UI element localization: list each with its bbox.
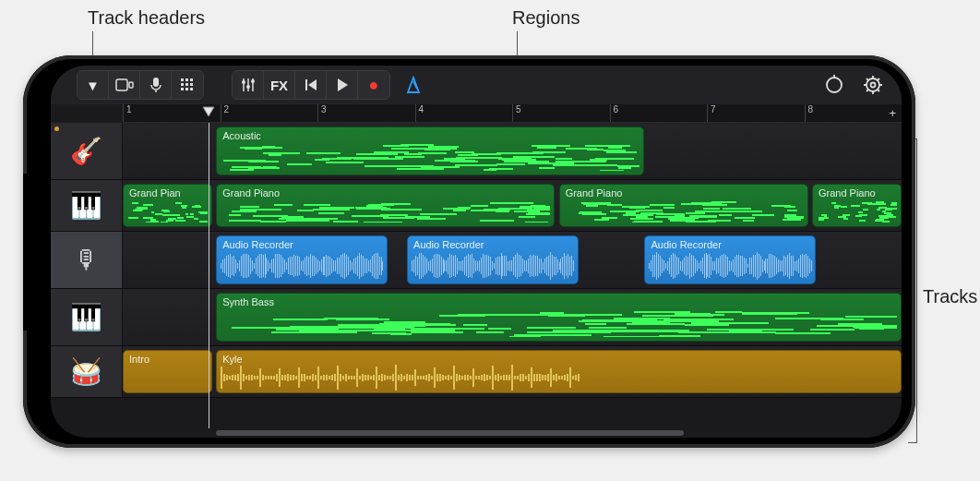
play-button[interactable] (327, 71, 358, 99)
svg-point-23 (827, 78, 842, 92)
playhead-line (209, 123, 209, 428)
region-label: Grand Piano (819, 187, 876, 198)
faders-icon (240, 77, 257, 93)
track-lane[interactable]: Grand PianGrand PianoGrand PianoGrand Pi… (123, 180, 902, 231)
region-label: Grand Piano (566, 187, 623, 198)
microphone-icon (149, 77, 162, 93)
track-lane[interactable]: IntroKyle (123, 346, 902, 397)
grid-icon (180, 78, 195, 92)
app-screen: ▼ (51, 66, 902, 438)
svg-line-32 (878, 90, 879, 91)
svg-rect-2 (153, 78, 159, 87)
track-lane[interactable]: Acoustic (123, 123, 902, 179)
svg-rect-8 (190, 83, 193, 86)
tracks-area: 🎸Acoustic🎹Grand PianGrand PianoGrand Pia… (51, 123, 902, 428)
svg-point-25 (866, 78, 879, 91)
play-icon (336, 78, 349, 92)
playhead[interactable] (202, 106, 215, 117)
grand-piano-track-header[interactable]: 🎹 (51, 180, 123, 231)
region[interactable]: Audio Recorder (216, 235, 388, 284)
toolbar-mode-group: ▼ (77, 70, 204, 100)
svg-rect-10 (185, 88, 188, 90)
ruler[interactable]: + 12345678 (123, 104, 902, 123)
synth-bass-track-header[interactable]: 🎹 (51, 289, 123, 345)
svg-rect-7 (185, 83, 188, 86)
svg-marker-20 (338, 78, 348, 91)
synth-keyboard-icon: 🎹 (70, 302, 102, 332)
toolbar: ▼ (51, 66, 902, 104)
track-row: 🥁IntroKyle (51, 346, 902, 398)
svg-rect-0 (116, 79, 127, 90)
metronome-button[interactable] (398, 70, 429, 100)
browse-button[interactable]: ▼ (78, 71, 109, 99)
svg-line-31 (866, 78, 868, 80)
region-label: Audio Recorder (651, 239, 721, 250)
loop-icon (824, 75, 844, 95)
rewind-button[interactable] (295, 71, 327, 99)
loop-button[interactable] (819, 70, 850, 100)
region[interactable]: Grand Piano (216, 184, 555, 227)
region[interactable]: Grand Piano (559, 184, 808, 227)
scrollbar-thumb[interactable] (216, 430, 683, 436)
svg-rect-11 (190, 88, 193, 90)
svg-marker-21 (408, 78, 419, 92)
microphone-icon: 🎙 (74, 245, 100, 275)
fx-button[interactable]: FX (264, 71, 295, 99)
skip-back-icon (304, 78, 318, 92)
track-lane[interactable]: Synth Bass (123, 289, 902, 345)
track-row: 🎹Grand PianGrand PianoGrand PianoGrand P… (51, 180, 902, 232)
keypad-button[interactable] (172, 71, 203, 99)
region[interactable]: Acoustic (216, 126, 644, 175)
browser-icon (115, 78, 134, 92)
drum-kit-icon: 🥁 (70, 356, 102, 387)
region[interactable]: Audio Recorder (407, 235, 579, 284)
region[interactable]: Intro (123, 350, 212, 393)
ruler-bar: 2 (221, 104, 230, 122)
svg-rect-5 (190, 78, 193, 81)
region-label: Synth Bass (222, 296, 274, 307)
record-icon: ● (369, 76, 379, 95)
track-indicator-dot (54, 126, 59, 131)
track-row: 🎸Acoustic (51, 123, 902, 180)
track-row: 🎙Audio RecorderAudio RecorderAudio Recor… (51, 232, 902, 289)
mixer-button[interactable] (233, 71, 264, 99)
grand-piano-icon: 🎹 (70, 190, 102, 221)
ruler-bar: 6 (610, 104, 619, 122)
region[interactable]: Kyle (216, 350, 902, 393)
audio-recorder-button[interactable] (140, 71, 172, 99)
region-label: Kyle (222, 354, 242, 365)
svg-line-34 (866, 90, 868, 91)
region-label: Acoustic (222, 130, 261, 141)
add-track-button[interactable]: + (889, 106, 896, 120)
library-button[interactable] (109, 71, 140, 99)
svg-marker-19 (308, 79, 317, 90)
annotation-track-headers: Track headers (88, 7, 205, 29)
svg-rect-6 (181, 83, 184, 86)
region[interactable]: Audio Recorder (644, 235, 816, 284)
svg-rect-9 (181, 88, 184, 90)
region-label: Grand Piano (222, 187, 280, 198)
svg-point-17 (251, 79, 255, 83)
svg-point-26 (871, 83, 876, 88)
track-lane[interactable]: Audio RecorderAudio RecorderAudio Record… (123, 232, 902, 288)
ruler-bar: 3 (317, 104, 327, 122)
region[interactable]: Grand Piano (812, 184, 902, 227)
drums-track-header[interactable]: 🥁 (51, 346, 123, 397)
metronome-icon (404, 76, 423, 94)
phone-frame: ▼ (23, 55, 915, 448)
settings-button[interactable] (857, 70, 889, 100)
ruler-bar: 4 (415, 104, 424, 122)
annotation-tracks: Tracks (923, 286, 977, 307)
horizontal-scrollbar[interactable] (123, 428, 902, 438)
region[interactable]: Grand Pian (123, 184, 212, 227)
region[interactable]: Synth Bass (216, 293, 902, 342)
svg-marker-35 (203, 107, 214, 116)
svg-line-33 (878, 78, 879, 80)
gear-icon (863, 75, 883, 95)
acoustic-guitar-track-header[interactable]: 🎸 (51, 123, 123, 179)
svg-rect-3 (181, 78, 184, 81)
audio-recorder-track-header[interactable]: 🎙 (51, 232, 123, 288)
record-button[interactable]: ● (358, 71, 389, 99)
region-label: Audio Recorder (222, 239, 293, 250)
ruler-bar: 7 (707, 104, 716, 122)
